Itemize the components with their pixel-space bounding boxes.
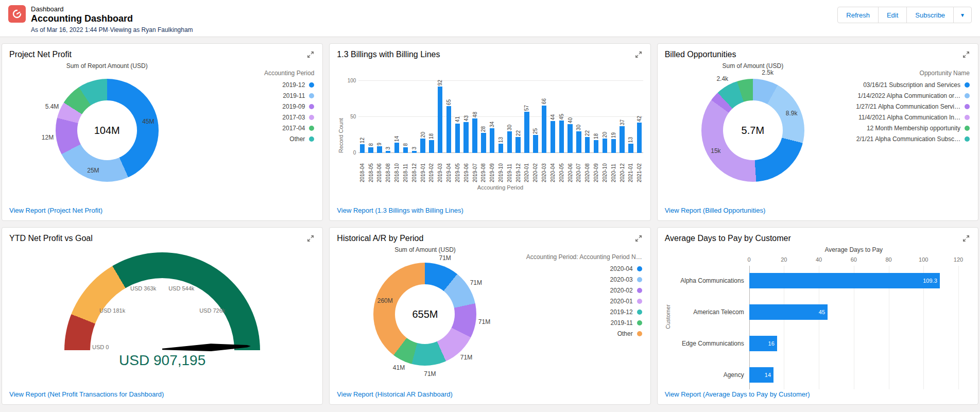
bar-value-label: 22: [584, 130, 590, 136]
bar-column: 18: [428, 68, 435, 153]
bar[interactable]: [542, 106, 546, 153]
bar-column: 13: [627, 68, 634, 153]
bar[interactable]: [515, 137, 520, 153]
expand-icon[interactable]: [961, 234, 971, 243]
bar[interactable]: [628, 144, 633, 153]
x-tick-label: 2020-02: [532, 154, 538, 182]
legend-item[interactable]: 2019-09: [282, 103, 314, 110]
donut-center-value: 655M: [412, 308, 438, 320]
view-report-link[interactable]: View Report (Net Profit Transactions for…: [9, 390, 315, 398]
legend-item[interactable]: 2019-11: [283, 92, 314, 99]
expand-icon[interactable]: [306, 234, 315, 243]
x-tick-label: 2020-03: [541, 154, 547, 182]
bar[interactable]: [620, 126, 624, 153]
expand-icon[interactable]: [961, 50, 971, 59]
bar[interactable]: [446, 106, 451, 153]
expand-icon[interactable]: [306, 50, 315, 59]
legend-item-label: 2020-01: [610, 298, 633, 305]
legend-item[interactable]: 2019-11: [611, 319, 642, 327]
legend-item-label: 2017-03: [282, 114, 305, 121]
bar[interactable]: [386, 151, 390, 153]
view-report-link[interactable]: View Report (Billed Opportunities): [665, 207, 971, 214]
bar[interactable]: 14: [749, 367, 773, 383]
bar[interactable]: [611, 139, 616, 153]
bar[interactable]: [498, 144, 503, 153]
bar[interactable]: [377, 146, 382, 153]
donut-chart-billed-opportunities[interactable]: 5.7M2.5k8.9k15k2.4k: [701, 79, 804, 182]
bar[interactable]: [559, 121, 564, 153]
bar[interactable]: [463, 122, 468, 153]
legend-item[interactable]: 2019-12: [282, 81, 314, 89]
bar-column: 40: [566, 68, 574, 153]
bar-column: 57: [523, 68, 530, 153]
view-report-link[interactable]: View Report (Average Days to Pay by Cust…: [665, 390, 971, 398]
refresh-button[interactable]: Refresh: [837, 7, 879, 23]
legend-item[interactable]: 11/4/2021 Alpha Communication In…: [858, 114, 970, 121]
bar-value-label: 14: [394, 136, 400, 142]
bar[interactable]: [429, 140, 434, 153]
expand-icon[interactable]: [634, 50, 643, 59]
chart-subtitle: Sum of Amount (USD): [394, 246, 456, 253]
bar[interactable]: [455, 124, 460, 153]
bar[interactable]: [637, 123, 642, 153]
bar[interactable]: [438, 87, 442, 153]
legend-item[interactable]: 1/14/2022 Alpha Communication or…: [858, 92, 970, 99]
expand-icon[interactable]: [634, 234, 643, 243]
legend-item[interactable]: 2019-12: [610, 308, 642, 316]
bar[interactable]: [533, 135, 538, 153]
edit-button[interactable]: Edit: [878, 7, 907, 23]
legend-item[interactable]: 2017-04: [282, 125, 314, 132]
bar-value-label: 9: [376, 143, 382, 146]
legend-item[interactable]: 12 Month Membership opportunity: [867, 125, 970, 132]
bar[interactable]: 16: [749, 336, 777, 351]
legend-item[interactable]: 2017-03: [282, 114, 314, 121]
bar-column: 48: [471, 68, 478, 153]
bar-value-label: 3: [411, 147, 417, 150]
legend-item[interactable]: 2020-02: [610, 287, 642, 294]
legend-color-dot: [309, 115, 314, 120]
bar[interactable]: [360, 144, 365, 153]
bar[interactable]: [412, 151, 417, 153]
bar[interactable]: [481, 133, 486, 153]
legend-item[interactable]: 2020-01: [610, 298, 642, 305]
bar[interactable]: [568, 124, 572, 153]
legend-item[interactable]: Other: [617, 330, 642, 337]
donut-chart-historical-ar[interactable]: 655M71M71M71M71M71M41M260M: [373, 263, 476, 366]
legend-item[interactable]: Other: [289, 135, 314, 143]
legend-item[interactable]: 1/27/21 Alpha Communication Servi…: [856, 103, 970, 110]
bar[interactable]: [420, 139, 425, 153]
bar[interactable]: [490, 128, 494, 153]
more-actions-button[interactable]: ▼: [953, 7, 972, 23]
gauge-chart[interactable]: USD 0USD 181kUSD 363kUSD 544kUSD 726kUSD…: [64, 252, 260, 350]
panel-billings: 1.3 Billings with Billing Lines Record C…: [329, 43, 650, 221]
bar[interactable]: 109.3: [749, 273, 940, 288]
bar[interactable]: [524, 112, 529, 153]
bar[interactable]: [585, 137, 590, 153]
bar-column: 20: [601, 68, 609, 153]
view-report-link[interactable]: View Report (Project Net Profit): [9, 207, 315, 214]
bar[interactable]: [394, 143, 399, 153]
legend-item[interactable]: 2/1/21 Alpha Communication Subsc…: [856, 135, 970, 143]
bar[interactable]: [594, 140, 598, 153]
legend-color-dot: [309, 93, 314, 98]
legend-item[interactable]: 2020-04: [610, 265, 642, 272]
subscribe-button[interactable]: Subscribe: [906, 7, 954, 23]
bar-value-label: 20: [602, 132, 608, 138]
legend-item[interactable]: 03/16/21 Subscription and Services: [863, 81, 970, 89]
legend-color-dot: [637, 266, 642, 271]
bar-column: 92: [437, 68, 444, 153]
view-report-link[interactable]: View Report (1.3 Billings with Billing L…: [337, 207, 643, 214]
view-report-link[interactable]: View Report (Historical AR Dashboard): [337, 390, 643, 398]
bar[interactable]: [603, 139, 607, 153]
bar[interactable]: [368, 147, 373, 153]
bar[interactable]: [551, 121, 555, 153]
bar-column: 19: [610, 68, 617, 153]
bar[interactable]: [507, 131, 512, 153]
bar[interactable]: [576, 131, 581, 153]
legend-item[interactable]: 2020-03: [610, 276, 642, 283]
x-tick-label: 2019-03: [437, 154, 443, 182]
bar[interactable]: [403, 147, 408, 153]
bar[interactable]: 45: [749, 304, 828, 320]
donut-chart-project-net-profit[interactable]: 104M45M25M12M5.4M: [56, 79, 159, 182]
bar[interactable]: [472, 118, 477, 153]
